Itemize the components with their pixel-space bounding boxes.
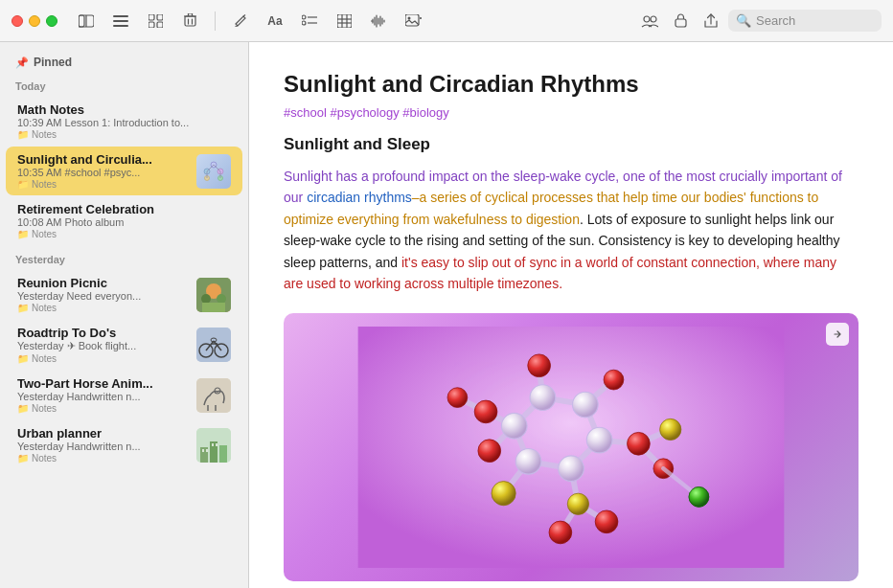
svg-point-112 [660, 419, 681, 441]
share-button[interactable] [698, 8, 724, 34]
note-time: Yesterday [17, 441, 64, 452]
svg-rect-8 [149, 22, 154, 28]
note-folder: 📁 Notes [17, 179, 189, 190]
yesterday-header: Yesterday [0, 246, 248, 269]
editor-tags: #school #psychology #biology [284, 105, 859, 120]
note-item-retirement[interactable]: Retirement Celebration 10:08 AM Photo al… [6, 196, 242, 245]
note-preview: Photo album [65, 216, 125, 228]
folder-icon: 📁 [17, 179, 29, 190]
font-button[interactable]: Aa [262, 8, 288, 34]
svg-point-104 [528, 354, 551, 377]
note-title: Roadtrip To Do's [17, 326, 189, 340]
svg-rect-7 [157, 14, 163, 20]
note-preview: Handwritten n... [67, 441, 141, 452]
note-thumbnail-bike [196, 328, 231, 362]
insert-media-button[interactable] [400, 8, 426, 34]
svg-point-103 [478, 440, 501, 463]
minimize-button[interactable] [29, 15, 40, 27]
audio-button[interactable] [365, 8, 392, 34]
note-thumbnail-picnic [196, 278, 231, 312]
table-button[interactable] [331, 8, 357, 34]
editor[interactable]: Sunlight and Circadian Rhythms #school #… [249, 42, 893, 588]
note-info: Reunion Picnic Yesterday Need everyon...… [17, 276, 189, 313]
svg-rect-65 [196, 378, 231, 413]
image-expand-button[interactable] [826, 323, 849, 346]
folder-icon: 📁 [17, 353, 29, 364]
svg-rect-72 [219, 445, 227, 463]
folder-icon: 📁 [17, 129, 29, 140]
svg-point-110 [604, 371, 624, 391]
search-bar[interactable]: 🔍 Search [728, 10, 882, 32]
note-item-roadtrip[interactable]: Roadtrip To Do's Yesterday ✈ Book flight… [6, 320, 242, 370]
svg-point-97 [530, 385, 556, 411]
body-text-blue-circadian: circadian rhythms [307, 190, 412, 205]
today-header: Today [0, 73, 248, 96]
svg-point-102 [474, 400, 497, 423]
checklist-button[interactable] [296, 8, 323, 34]
collaborate-button[interactable] [636, 8, 663, 34]
svg-point-108 [447, 388, 468, 408]
svg-rect-3 [113, 15, 128, 17]
note-time: Yesterday [17, 290, 64, 302]
folder-name: Notes [32, 303, 57, 313]
svg-point-37 [407, 16, 410, 19]
sidebar-toggle-button[interactable] [73, 8, 100, 34]
svg-point-101 [515, 449, 541, 475]
titlebar: Aa [0, 0, 893, 42]
list-view-button[interactable] [107, 8, 134, 34]
svg-point-99 [586, 428, 612, 454]
sidebar: 📌 Pinned Today Math Notes 10:39 AM Lesso… [0, 42, 249, 588]
note-folder: 📁 Notes [17, 403, 189, 414]
note-info: Retirement Celebration 10:08 AM Photo al… [17, 202, 231, 239]
grid-view-button[interactable] [142, 8, 169, 34]
note-preview: #school #psyc... [65, 167, 141, 178]
folder-name: Notes [32, 453, 57, 464]
svg-point-100 [559, 456, 584, 482]
note-meta: Yesterday Need everyon... [17, 290, 189, 302]
fullscreen-button[interactable] [46, 15, 57, 27]
close-button[interactable] [11, 15, 23, 27]
editor-subtitle: Sunlight and Sleep [284, 135, 859, 154]
note-meta: 10:39 AM Lesson 1: Introduction to... [17, 117, 231, 128]
note-item-urban-planner[interactable]: Urban planner Yesterday Handwritten n...… [6, 420, 242, 469]
note-meta: 10:35 AM #school #psyc... [17, 167, 189, 178]
pinned-header: 📌 Pinned [0, 50, 248, 73]
note-item-horse-anim[interactable]: Two-Part Horse Anim... Yesterday Handwri… [6, 371, 242, 419]
note-folder: 📁 Notes [17, 453, 189, 464]
note-item-math-notes[interactable]: Math Notes 10:39 AM Lesson 1: Introducti… [6, 97, 242, 146]
svg-rect-0 [79, 15, 84, 27]
note-time: 10:39 AM [17, 117, 61, 128]
folder-name: Notes [32, 179, 57, 190]
toolbar-separator-1 [215, 11, 216, 31]
note-item-reunion-picnic[interactable]: Reunion Picnic Yesterday Need everyon...… [6, 270, 242, 319]
svg-point-19 [302, 15, 306, 19]
svg-point-21 [302, 21, 306, 25]
svg-point-40 [644, 16, 650, 22]
note-time: 10:35 AM [17, 167, 61, 178]
note-folder: 📁 Notes [17, 353, 189, 364]
main-content: 📌 Pinned Today Math Notes 10:39 AM Lesso… [0, 42, 893, 588]
svg-point-98 [572, 393, 598, 418]
compose-button[interactable] [227, 8, 254, 34]
note-time: 10:08 AM [17, 216, 61, 228]
lock-button[interactable] [667, 8, 694, 34]
note-meta: Yesterday ✈ Book flight... [17, 340, 189, 352]
note-thumbnail-horse [196, 378, 231, 413]
svg-rect-36 [405, 14, 419, 26]
folder-icon: 📁 [17, 453, 29, 464]
note-title: Urban planner [17, 426, 189, 441]
note-folder: 📁 Notes [17, 129, 231, 140]
svg-rect-57 [202, 303, 225, 312]
note-folder: 📁 Notes [17, 229, 231, 239]
svg-rect-9 [157, 22, 163, 28]
toolbar-right: 🔍 Search [636, 8, 882, 34]
note-info: Roadtrip To Do's Yesterday ✈ Book flight… [17, 326, 189, 364]
note-time: Yesterday [17, 391, 64, 402]
svg-rect-76 [216, 443, 218, 446]
svg-line-18 [243, 15, 245, 17]
note-meta: 10:08 AM Photo album [17, 216, 231, 228]
svg-point-111 [492, 482, 515, 506]
note-item-sunlight-circadian[interactable]: Sunlight and Circulia... 10:35 AM #schoo… [6, 147, 242, 195]
trash-button[interactable] [176, 8, 203, 34]
svg-point-106 [595, 510, 618, 533]
